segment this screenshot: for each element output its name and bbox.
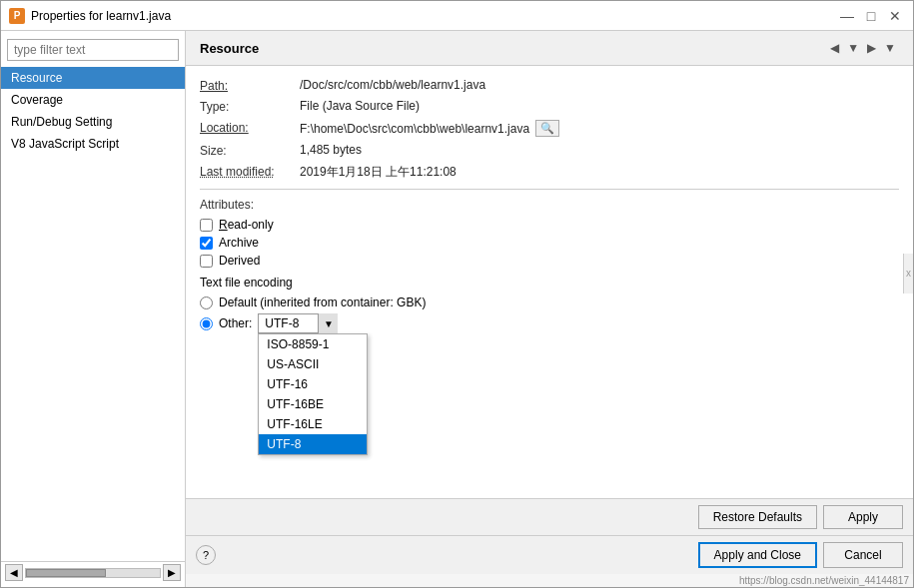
- location-value-row: F:\home\Doc\src\com\cbb\web\learnv1.java…: [300, 120, 559, 137]
- maximize-button[interactable]: □: [861, 6, 881, 26]
- nav-arrows: ◀ ▼ ▶ ▼: [827, 39, 899, 57]
- archive-row: Archive: [200, 236, 899, 250]
- panel-title: Resource: [200, 41, 259, 56]
- other-encoding-label: Other:: [219, 316, 252, 330]
- dropdown-item-utf16le[interactable]: UTF-16LE: [259, 414, 367, 434]
- apply-close-button[interactable]: Apply and Close: [698, 542, 817, 568]
- readonly-checkbox[interactable]: [200, 219, 213, 232]
- path-value: /Doc/src/com/cbb/web/learnv1.java: [300, 78, 899, 92]
- main-window: P Properties for learnv1.java — □ ✕ Reso…: [0, 0, 914, 588]
- close-button[interactable]: ✕: [885, 6, 905, 26]
- size-row: Size: 1,485 bytes: [200, 143, 899, 158]
- other-encoding-radio[interactable]: [200, 317, 213, 330]
- sidebar-item-resource[interactable]: Resource: [1, 67, 185, 89]
- dropdown-item-utf16be[interactable]: UTF-16BE: [259, 394, 367, 414]
- footer: Restore Defaults Apply ? Apply and Close…: [186, 498, 913, 574]
- default-encoding-row: Default (inherited from container: GBK): [200, 295, 899, 309]
- nav-fwd-button[interactable]: ▶: [864, 39, 879, 57]
- encoding-select-wrapper: UTF-8 ▼ ISO-8859-1 US-ASCII UTF-16 UTF-1…: [258, 313, 338, 333]
- sidebar: Resource Coverage Run/Debug Setting V8 J…: [1, 31, 186, 587]
- watermark: https://blog.csdn.net/weixin_44144817: [186, 574, 913, 587]
- filter-input[interactable]: [7, 39, 179, 61]
- derived-checkbox[interactable]: [200, 255, 213, 268]
- path-row: Path: /Doc/src/com/cbb/web/learnv1.java: [200, 78, 899, 93]
- dropdown-item-utf16[interactable]: UTF-16: [259, 374, 367, 394]
- scroll-track: [25, 568, 161, 578]
- help-button[interactable]: ?: [196, 545, 216, 565]
- default-encoding-radio[interactable]: [200, 296, 213, 309]
- readonly-row: Read-only: [200, 218, 899, 232]
- window-controls: — □ ✕: [837, 6, 905, 26]
- dropdown-item-utf8[interactable]: UTF-8: [259, 434, 367, 454]
- panel-header: Resource ◀ ▼ ▶ ▼: [186, 31, 913, 66]
- type-value: File (Java Source File): [300, 99, 899, 113]
- archive-label: Archive: [219, 236, 259, 250]
- footer-bottom: ? Apply and Close Cancel: [186, 535, 913, 574]
- right-edge-indicator: x: [903, 254, 913, 294]
- app-icon: P: [9, 8, 25, 24]
- nav-back-dropdown-button[interactable]: ▼: [844, 39, 862, 57]
- scroll-left-button[interactable]: ◀: [5, 564, 23, 581]
- readonly-label: Read-only: [219, 218, 274, 232]
- footer-bottom-right: Apply and Close Cancel: [698, 542, 903, 568]
- sidebar-item-v8[interactable]: V8 JavaScript Script: [1, 133, 185, 155]
- archive-checkbox[interactable]: [200, 237, 213, 250]
- path-label: Path:: [200, 78, 300, 93]
- attributes-label: Attributes:: [200, 198, 899, 212]
- location-value: F:\home\Doc\src\com\cbb\web\learnv1.java: [300, 122, 529, 136]
- sidebar-item-run-debug[interactable]: Run/Debug Setting: [1, 111, 185, 133]
- size-label: Size:: [200, 143, 300, 158]
- minimize-button[interactable]: —: [837, 6, 857, 26]
- type-row: Type: File (Java Source File): [200, 99, 899, 114]
- other-encoding-row: Other: UTF-8 ▼ ISO-8859-1 US-ASCII UTF-1…: [200, 313, 899, 333]
- nav-back-button[interactable]: ◀: [827, 39, 842, 57]
- location-browse-button[interactable]: 🔍: [535, 120, 559, 137]
- last-modified-row: Last modified: 2019年1月18日 上午11:21:08: [200, 164, 899, 181]
- size-value: 1,485 bytes: [300, 143, 899, 157]
- apply-button[interactable]: Apply: [823, 505, 903, 529]
- type-label: Type:: [200, 99, 300, 114]
- encoding-dropdown-menu: ISO-8859-1 US-ASCII UTF-16 UTF-16BE UTF-…: [258, 333, 368, 455]
- right-panel: Resource ◀ ▼ ▶ ▼ Path: /Doc/src/com/cbb/…: [186, 31, 913, 587]
- derived-row: Derived: [200, 254, 899, 268]
- title-bar: P Properties for learnv1.java — □ ✕: [1, 1, 913, 31]
- restore-defaults-button[interactable]: Restore Defaults: [698, 505, 817, 529]
- sidebar-scrollbar: ◀ ▶: [1, 561, 185, 583]
- divider-1: [200, 189, 899, 190]
- default-encoding-label: Default (inherited from container: GBK): [219, 295, 426, 309]
- cancel-button[interactable]: Cancel: [823, 542, 903, 568]
- window-title: Properties for learnv1.java: [31, 9, 837, 23]
- sidebar-item-coverage[interactable]: Coverage: [1, 89, 185, 111]
- nav-fwd-dropdown-button[interactable]: ▼: [881, 39, 899, 57]
- dropdown-item-ascii[interactable]: US-ASCII: [259, 354, 367, 374]
- encoding-section-label: Text file encoding: [200, 276, 899, 290]
- panel-body: Path: /Doc/src/com/cbb/web/learnv1.java …: [186, 66, 913, 498]
- location-label: Location:: [200, 120, 300, 135]
- scroll-thumb: [26, 569, 106, 577]
- derived-label: Derived: [219, 254, 260, 268]
- scroll-right-button[interactable]: ▶: [163, 564, 181, 581]
- last-modified-label: Last modified:: [200, 164, 300, 179]
- last-modified-value: 2019年1月18日 上午11:21:08: [300, 164, 899, 181]
- dropdown-item-iso[interactable]: ISO-8859-1: [259, 334, 367, 354]
- footer-top: Restore Defaults Apply: [186, 499, 913, 535]
- main-content: Resource Coverage Run/Debug Setting V8 J…: [1, 31, 913, 587]
- encoding-dropdown-arrow[interactable]: ▼: [318, 313, 338, 333]
- location-row: Location: F:\home\Doc\src\com\cbb\web\le…: [200, 120, 899, 137]
